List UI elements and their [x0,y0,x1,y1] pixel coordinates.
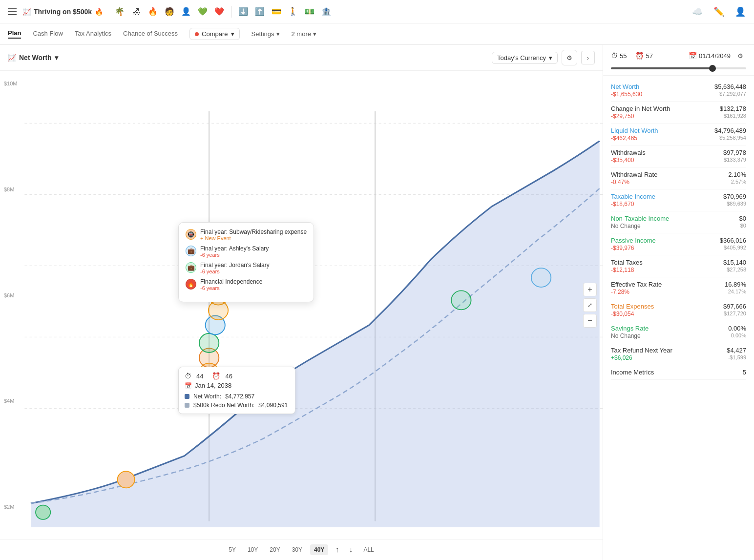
metric-effective-tax-value: 16.89% [725,281,746,288]
nav-icon-heart[interactable]: ❤️ [212,5,226,19]
metric-total-taxes-value: $15,140 [723,259,746,266]
timeline-age2-icon: ⏰ [635,52,644,60]
cloud-icon[interactable]: ☁️ [690,4,705,20]
edit-icon[interactable]: ✏️ [711,4,727,20]
tab-cos[interactable]: Chance of Success [123,30,178,38]
metric-passive-income-secondary: $405,992 [724,245,746,250]
metric-non-taxable: Non-Taxable Income No Change $0 $0 [611,211,746,233]
chart-title-icon: 📈 [8,54,16,62]
svg-point-17 [118,471,135,488]
nav-icon-person2[interactable]: 👤 [179,5,193,19]
tab-settings[interactable]: Settings ▾ [251,30,280,38]
metric-total-expenses: Total Expenses -$30,054 $97,666 $127,720 [611,299,746,321]
metric-savings-rate-change: No Change [611,332,649,339]
currency-selector[interactable]: Today's Currency ▾ [492,52,558,64]
tooltip-events: 🚇 Final year: Subway/Ridesharing expense… [186,228,307,291]
expand-btn[interactable]: ⤢ [583,298,597,312]
range-5y[interactable]: 5Y [225,544,240,555]
y-label-10m: $10M [4,81,18,86]
metric-liquid-net-worth: Liquid Net Worth -$462,465 $4,796,489 $5… [611,124,746,145]
chart-events-tooltip: 🚇 Final year: Subway/Ridesharing expense… [178,222,314,302]
panel-gear-btn[interactable]: ⚙ [734,50,746,62]
tooltip-date-value: Jan 14, 2038 [195,382,231,389]
tooltip-ages: ⏱ 44 ⏰ 46 [185,372,289,380]
chart-title-label: Net Worth [19,54,52,62]
nav-icon-fire2[interactable]: 🔥 [146,5,160,19]
timeline-age1-value: 55 [620,52,627,60]
metric-total-expenses-value: $97,666 [723,303,746,310]
hamburger-menu[interactable] [6,6,19,17]
metric-non-taxable-left: Non-Taxable Income No Change [611,215,669,229]
slider-fill [611,67,712,69]
tab-bar: Plan Cash Flow Tax Analytics Chance of S… [0,23,754,45]
tab-plan[interactable]: Plan [8,29,21,39]
chart-title-selector[interactable]: 📈 Net Worth ▾ [8,54,58,62]
tab-more[interactable]: 2 more ▾ [292,30,316,38]
zoom-controls: + ⤢ − [583,283,597,328]
metric-total-expenses-right: $97,666 $127,720 [723,303,746,316]
metric-income-metrics-label: Income Metrics [611,369,654,376]
metric-effective-tax-change: -7.28% [611,289,662,295]
range-arrow-down[interactable]: ↓ [346,543,356,556]
metric-income-metrics-left: Income Metrics [611,369,654,376]
metric-income-metrics: Income Metrics 5 [611,365,746,380]
metric-effective-tax-right: 16.89% 24.17% [725,281,746,294]
panel-slider[interactable] [611,65,746,70]
metric-taxable-income-change: -$18,670 [611,201,655,207]
nav-icon-down-arrow[interactable]: ⬇️ [236,5,250,19]
range-30y[interactable]: 30Y [288,544,306,555]
nav-icon-health[interactable]: 💚 [196,5,209,19]
time-range-selector: 5Y 10Y 20Y 30Y 40Y ↑ ↓ ALL [0,539,603,560]
metric-tax-refund: Tax Refund Next Year +$6,026 $4,427 -$1,… [611,343,746,365]
range-arrow-up[interactable]: ↑ [332,543,342,556]
zoom-out-btn[interactable]: − [583,314,597,328]
metric-effective-tax-left: Effective Tax Rate -7.28% [611,281,662,295]
nav-icon-cash[interactable]: 💵 [303,5,316,19]
metric-liquid-change: -$462,465 [611,135,658,142]
metric-liquid-secondary: $5,258,954 [719,135,746,141]
nav-icon-card[interactable]: 💳 [270,5,283,19]
range-40y[interactable]: 40Y [310,544,328,555]
tab-compare[interactable]: Compare ▾ [189,28,239,40]
metric-total-taxes-right: $15,140 $27,258 [723,259,746,272]
metric-net-worth-change: -$1,655,630 [611,91,642,98]
slider-thumb[interactable] [709,65,716,72]
tab-tax[interactable]: Tax Analytics [75,30,111,38]
metric-withdrawals-left: Withdrawals -$35,400 [611,149,646,164]
range-all[interactable]: ALL [359,544,377,555]
chart-next-btn[interactable]: › [581,51,595,64]
compare-dot [195,32,199,36]
tab-cashflow[interactable]: Cash Flow [33,30,63,38]
tooltip-event-2: 💼 Final year: Ashley's Salary -6 years [186,245,307,258]
range-20y[interactable]: 20Y [266,544,284,555]
metric-withdrawals-change: -$35,400 [611,157,646,164]
nav-icon-person1[interactable]: 🧑 [163,5,176,19]
metric-total-expenses-change: -$30,054 [611,311,654,317]
metric-total-taxes-change: -$12,118 [611,267,643,273]
timeline-age1: ⏱ 55 [611,52,627,60]
top-nav: 📈 Thriving on $500k 🔥 🌴 🏖 🔥 🧑 👤 💚 ❤️ ⬇️ … [0,0,754,23]
timeline-date-value: 01/14/2049 [699,52,731,60]
chart-container: $10M $8M $6M $4M $2M [0,71,603,539]
timeline-date: 📅 01/14/2049 [689,52,731,60]
user-icon[interactable]: 👤 [733,4,748,20]
metric-liquid-value: $4,796,489 [714,127,746,134]
tooltip-row-1: Net Worth: $4,772,957 [185,393,289,400]
metric-withdrawal-rate-right: 2.10% 2.57% [728,171,746,185]
zoom-in-btn[interactable]: + [583,283,597,296]
nav-icon-up-arrow[interactable]: ⬆️ [253,5,267,19]
chart-filter-btn[interactable]: ⚙ [562,50,577,65]
tooltip-event-3: 💼 Final year: Jordan's Salary -6 years [186,262,307,274]
chart-svg [0,76,603,539]
nav-icon-beach[interactable]: 🏖 [129,5,143,19]
range-10y[interactable]: 10Y [244,544,262,555]
metric-tax-refund-secondary: -$1,599 [728,354,746,360]
event-text-1: Final year: Subway/Ridesharing expense +… [200,228,307,241]
nav-icon-palm[interactable]: 🌴 [113,5,126,19]
chart-toolbar-right: Today's Currency ▾ ⚙ › [492,50,595,65]
metric-change-net-worth-change: -$29,750 [611,113,670,120]
metric-change-net-worth-secondary: $161,928 [724,113,746,119]
nav-icon-person3[interactable]: 🚶 [286,5,300,19]
nav-icon-bank[interactable]: 🏦 [319,5,333,19]
metric-passive-income-label: Passive Income [611,237,656,244]
